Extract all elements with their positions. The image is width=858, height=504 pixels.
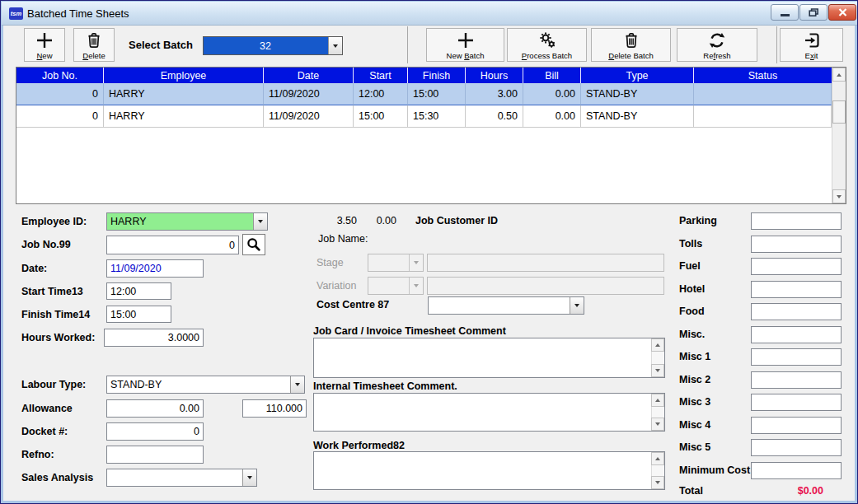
scroll-up-button[interactable] <box>651 394 664 407</box>
sales-analysis-combobox[interactable] <box>106 469 257 487</box>
allowance-input[interactable] <box>106 399 204 418</box>
misc4-input[interactable] <box>751 417 842 434</box>
cost-centre-value <box>432 297 569 314</box>
col-header-type[interactable]: Type <box>581 68 694 83</box>
plus-icon <box>35 30 54 50</box>
exit-button[interactable]: Exit <box>780 28 843 62</box>
refresh-button[interactable]: Refresh <box>677 28 757 62</box>
delete-button[interactable]: Delete <box>73 28 115 62</box>
triangle-down-icon <box>655 481 660 484</box>
misc5-input[interactable] <box>751 439 842 456</box>
textarea-scroll-track[interactable] <box>651 352 664 364</box>
refno-input[interactable] <box>106 446 204 464</box>
misc2-input[interactable] <box>751 371 842 389</box>
textarea-scroll-track[interactable] <box>651 465 664 476</box>
labour-type-combobox[interactable]: STAND-BY <box>106 376 305 394</box>
labour-type-dropdown-arrow[interactable] <box>290 376 304 393</box>
chevron-down-icon <box>414 284 419 287</box>
col-header-date[interactable]: Date <box>264 68 354 83</box>
col-header-bill[interactable]: Bill <box>523 68 581 83</box>
scroll-up-button[interactable] <box>651 338 664 352</box>
new-button[interactable]: New <box>24 28 65 62</box>
job-no-input[interactable] <box>106 236 239 254</box>
scroll-down-button[interactable] <box>832 189 846 203</box>
close-button[interactable] <box>828 4 856 21</box>
exit-icon <box>803 30 821 50</box>
new-batch-button[interactable]: New Batch <box>426 28 504 62</box>
food-input[interactable] <box>751 303 842 320</box>
grid-cell: 11/09/2020 <box>264 105 354 128</box>
docket-input[interactable] <box>106 422 204 441</box>
stage-description-field <box>427 254 664 272</box>
start-time-input[interactable] <box>106 282 171 300</box>
process-batch-button[interactable]: Process Batch <box>507 28 587 62</box>
maximize-button[interactable] <box>799 4 828 21</box>
fuel-input[interactable] <box>751 258 842 275</box>
grid-cell: 15:00 <box>354 105 408 128</box>
cost-centre-dropdown-arrow[interactable] <box>570 297 584 314</box>
docket-label: Docket #: <box>21 426 68 437</box>
sales-analysis-dropdown-arrow[interactable] <box>242 469 256 486</box>
col-header-employee[interactable]: Employee <box>104 68 264 83</box>
misc-input[interactable] <box>751 326 842 343</box>
employee-id-dropdown-arrow[interactable] <box>253 213 267 230</box>
scroll-down-button[interactable] <box>651 418 664 431</box>
delete-batch-button[interactable]: Delete Batch <box>591 28 671 62</box>
col-header-hours[interactable]: Hours <box>466 68 523 83</box>
misc1-input[interactable] <box>751 348 842 366</box>
job-card-comment-box <box>313 338 665 378</box>
col-header-start[interactable]: Start <box>354 68 408 83</box>
job-no-label: Job No.99 <box>21 239 71 250</box>
col-header-job-no[interactable]: Job No. <box>16 68 104 83</box>
misc2-label: Misc 2 <box>679 374 710 385</box>
employee-id-combobox[interactable]: HARRY <box>106 212 268 231</box>
internal-comment-input[interactable] <box>314 394 650 431</box>
batched-time-sheets-window: tsm Batched Time Sheets New <box>0 0 858 504</box>
parking-input[interactable] <box>751 212 842 230</box>
restore-icon <box>809 8 818 17</box>
fuel-label: Fuel <box>679 260 701 272</box>
hours-worked-label: Hours Worked: <box>21 332 95 343</box>
chevron-down-icon <box>247 476 252 479</box>
grid-row[interactable]: 0 HARRY 11/09/2020 15:00 15:30 0.50 0.00… <box>16 105 832 128</box>
work-performed-input[interactable] <box>314 452 650 489</box>
date-input[interactable] <box>106 259 204 278</box>
job-search-button[interactable] <box>242 234 265 255</box>
col-header-status[interactable]: Status <box>694 68 832 83</box>
titlebar[interactable]: tsm Batched Time Sheets <box>2 2 858 26</box>
grid-scrollbar[interactable] <box>832 68 846 203</box>
tolls-input[interactable] <box>751 236 842 253</box>
textarea-scroll-track[interactable] <box>651 407 664 418</box>
select-batch-dropdown-arrow[interactable] <box>328 37 342 54</box>
minimum-cost-input[interactable] <box>751 462 842 479</box>
col-header-finish[interactable]: Finish <box>408 68 466 83</box>
grid-cell: 15:30 <box>408 105 466 128</box>
misc4-label: Misc 4 <box>679 419 710 431</box>
hours-worked-input[interactable] <box>104 329 204 347</box>
scroll-up-button[interactable] <box>651 452 664 465</box>
scroll-down-button[interactable] <box>651 476 664 489</box>
hotel-input[interactable] <box>751 281 842 298</box>
grid-cell: 15:00 <box>408 83 466 105</box>
grid-cell <box>694 83 832 105</box>
allowance-rate-input[interactable] <box>242 399 307 418</box>
variation-value <box>372 278 408 294</box>
grid-row-selected[interactable]: 0 HARRY 11/09/2020 12:00 15:00 3.00 0.00… <box>16 83 832 105</box>
gears-icon <box>538 30 556 50</box>
grid-cell <box>694 105 832 128</box>
select-batch-combobox[interactable]: 32 <box>203 36 343 55</box>
scroll-thumb[interactable] <box>832 100 846 124</box>
grid-header-row: Job No. Employee Date Start Finish Hours… <box>16 68 832 83</box>
scroll-up-button[interactable] <box>832 68 846 82</box>
minimize-button[interactable] <box>771 4 799 21</box>
scroll-down-button[interactable] <box>651 364 664 377</box>
employee-id-value: HARRY <box>110 213 252 230</box>
job-card-comment-input[interactable] <box>314 338 650 377</box>
labour-type-value: STAND-BY <box>110 376 289 393</box>
variation-label: Variation <box>316 280 356 292</box>
cost-centre-combobox[interactable] <box>428 296 584 315</box>
allowance-label: Allowance <box>21 403 73 414</box>
trash-icon <box>85 30 103 50</box>
finish-time-input[interactable] <box>106 306 171 323</box>
misc3-input[interactable] <box>751 394 842 411</box>
